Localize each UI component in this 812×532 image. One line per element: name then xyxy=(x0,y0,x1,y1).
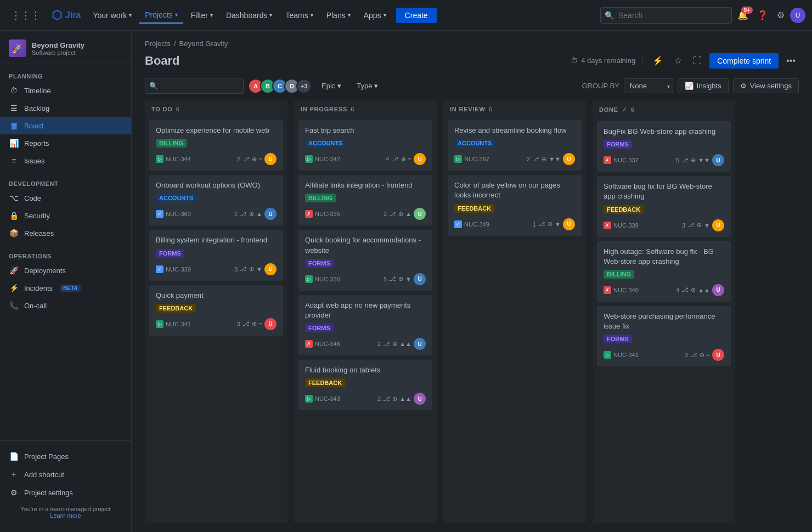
card-pr-icon: ⊕ xyxy=(252,320,257,327)
card-story-points: 2 xyxy=(236,156,240,162)
card[interactable]: BugFix BG Web-store app crashing FORMS ✗… xyxy=(597,121,731,172)
epic-filter-button[interactable]: Epic ▾ xyxy=(316,78,347,93)
column-title-inprogress: IN PROGRESS xyxy=(301,106,347,112)
card-meta: 2 ⎇ ⊕ = U xyxy=(236,153,277,165)
sidebar-item-backlog[interactable]: ☰ Backlog xyxy=(0,99,131,117)
sidebar-item-deployments[interactable]: 🚀 Deployments xyxy=(0,262,131,279)
card[interactable]: Quick payment FEEDBACK ▷ NUC-341 3 ⎇ ⊕ =… xyxy=(149,285,283,336)
user-avatar[interactable]: U xyxy=(790,8,805,23)
sidebar-item-project-settings[interactable]: ⚙ Project settings xyxy=(0,484,131,501)
card[interactable]: Software bug fix for BG Web-store app cr… xyxy=(597,176,731,236)
card[interactable]: High outage: Software bug fix - BG Web-s… xyxy=(597,241,731,302)
sidebar-item-security[interactable]: 🔒 Security xyxy=(0,207,131,224)
card-meta: 3 ⎇ ⊕ ▼ U xyxy=(682,219,724,231)
card-type-icon: ✗ xyxy=(305,340,313,348)
sidebar-item-timeline[interactable]: ⏱ Timeline xyxy=(0,82,131,99)
card-title: Quick booking for accommodations - websi… xyxy=(305,235,426,255)
nav-projects[interactable]: Projects ▾ xyxy=(139,7,183,24)
project-type: Software project xyxy=(32,49,84,56)
board-header: Board ⏱ 4 days remaining ⚡ ☆ ⛶ Complete … xyxy=(132,50,812,76)
card-footer: ▷ NUC-344 2 ⎇ ⊕ = U xyxy=(156,153,277,165)
lightning-button[interactable]: ⚡ xyxy=(649,52,667,69)
sidebar-item-board[interactable]: ▦ Board xyxy=(0,117,131,134)
create-button[interactable]: Create xyxy=(396,8,437,23)
sidebar-item-project-pages[interactable]: 📄 Project Pages xyxy=(0,448,131,465)
card[interactable]: Color of pale yellow on our pages looks … xyxy=(448,175,582,235)
card[interactable]: Optimize experience for mobile web BILLI… xyxy=(149,120,283,171)
group-select-wrap: None Epic Assignee ▾ xyxy=(624,78,673,93)
nav-dashboards[interactable]: Dashboards ▾ xyxy=(221,8,278,23)
card[interactable]: Affiliate links integration - frontend B… xyxy=(298,175,432,225)
board-title: Board xyxy=(145,54,180,68)
help-button[interactable]: ❓ xyxy=(754,7,771,24)
card[interactable]: Adapt web app no new payments provider F… xyxy=(298,295,432,355)
card-tag: FORMS xyxy=(604,140,632,149)
card[interactable]: Fluid booking on tablets FEEDBACK ▷ NUC-… xyxy=(298,360,432,410)
toolbar-search-icon: 🔍 xyxy=(149,82,158,90)
card-branch-icon: ⎇ xyxy=(532,156,539,163)
card-footer: ✗ NUC-337 5 ⎇ ⊕ ▼▼ U xyxy=(604,154,724,166)
nav-filter[interactable]: Filter ▾ xyxy=(185,8,218,23)
card-tag: FEEDBACK xyxy=(156,304,196,313)
card-type-icon: ✓ xyxy=(156,265,163,273)
sidebar-item-on-call[interactable]: 📞 On-call xyxy=(0,297,131,314)
sidebar-item-releases[interactable]: 📦 Releases xyxy=(0,224,131,242)
breadcrumb-projects[interactable]: Projects xyxy=(145,39,171,48)
apps-chevron: ▾ xyxy=(384,12,386,18)
card-avatar: U xyxy=(414,338,426,350)
column-inreview: IN REVIEW 6 Revise and streamline bookin… xyxy=(443,100,586,523)
settings-button[interactable]: ⚙ xyxy=(774,7,788,24)
reports-label: Reports xyxy=(24,139,49,148)
column-cards-inprogress: Fast trip search ACCOUNTS ▷ NUC-342 4 ⎇ … xyxy=(294,118,437,523)
apps-grid-icon[interactable]: ⋮⋮⋮ xyxy=(7,5,45,26)
card[interactable]: Onboard workout options (OWO) ACCOUNTS ✓… xyxy=(149,175,283,225)
on-call-icon: 📞 xyxy=(9,301,19,310)
sidebar-item-incidents[interactable]: ⚡ Incidents BETA xyxy=(0,279,131,297)
search-input[interactable] xyxy=(600,7,732,24)
breadcrumb-project[interactable]: Beyond Gravity xyxy=(179,39,228,48)
star-button[interactable]: ☆ xyxy=(671,52,685,69)
security-icon: 🔒 xyxy=(9,211,19,220)
nav-apps[interactable]: Apps ▾ xyxy=(358,8,392,23)
fullscreen-button[interactable]: ⛶ xyxy=(690,53,705,69)
card-priority-icon: ▼ xyxy=(405,276,411,282)
card[interactable]: Quick booking for accommodations - websi… xyxy=(298,230,432,290)
card[interactable]: Fast trip search ACCOUNTS ▷ NUC-342 4 ⎇ … xyxy=(298,120,432,171)
nav-plans[interactable]: Plans ▾ xyxy=(321,8,356,23)
insights-button[interactable]: 📈 Insights xyxy=(678,78,729,93)
card-story-points: 4 xyxy=(386,156,389,162)
card-meta: 5 ⎇ ⊕ ▼▼ U xyxy=(676,154,724,166)
board-icon: ▦ xyxy=(9,121,19,130)
view-settings-button[interactable]: ⚙ View settings xyxy=(733,78,799,93)
card-avatar: U xyxy=(563,153,575,165)
card-story-points: 2 xyxy=(384,211,387,217)
nav-teams[interactable]: Teams ▾ xyxy=(280,8,318,23)
card[interactable]: Web-store purchasing performance issue f… xyxy=(597,306,731,366)
sidebar-item-reports[interactable]: 📊 Reports xyxy=(0,134,131,152)
sidebar-item-code[interactable]: ⌥ Code xyxy=(0,189,131,207)
card-id: NUC-360 xyxy=(166,211,191,217)
code-icon: ⌥ xyxy=(9,194,19,202)
insights-chart-icon: 📈 xyxy=(685,82,693,90)
card-meta: 2 ⎇ ⊕ ▲▲ U xyxy=(377,393,426,405)
backlog-icon: ☰ xyxy=(9,104,19,112)
nav-your-work[interactable]: Your work ▾ xyxy=(87,8,137,23)
board-search-input[interactable] xyxy=(145,78,244,94)
timeline-label: Timeline xyxy=(24,87,51,95)
card[interactable]: Billing system integration - frontend FO… xyxy=(149,230,283,280)
avatar-more[interactable]: +3 xyxy=(296,78,312,94)
type-filter-button[interactable]: Type ▾ xyxy=(351,78,384,93)
sidebar-item-add-shortcut[interactable]: ＋ Add shortcut xyxy=(0,465,131,484)
group-by-select[interactable]: None Epic Assignee xyxy=(624,78,673,93)
notifications-button[interactable]: 🔔 9+ xyxy=(734,7,752,24)
jira-logo[interactable]: ⬡ Jira xyxy=(47,8,85,22)
deployments-icon: 🚀 xyxy=(9,266,19,275)
sidebar-footer-link[interactable]: Learn more xyxy=(50,512,81,519)
more-options-button[interactable]: ••• xyxy=(783,53,799,69)
card-footer: ▷ NUC-341 3 ⎇ ⊕ = U xyxy=(604,349,724,361)
complete-sprint-button[interactable]: Complete sprint xyxy=(709,53,779,69)
sidebar-item-issues[interactable]: ≡ Issues xyxy=(0,152,131,169)
card-meta: 3 ⎇ ⊕ = U xyxy=(684,349,724,361)
card[interactable]: Revise and streamline booking flow ACCOU… xyxy=(448,120,582,171)
card-footer: ✓ NUC-360 1 ⎇ ⊕ ▲ U xyxy=(156,208,277,220)
